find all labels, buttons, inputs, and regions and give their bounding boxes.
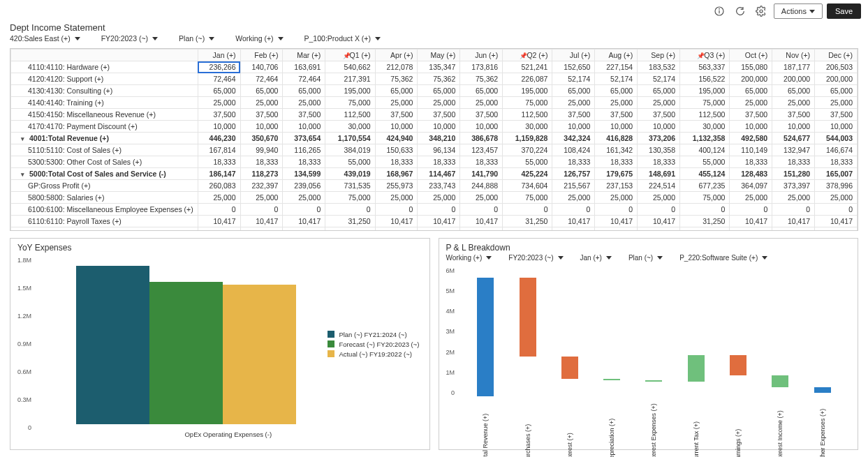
data-cell[interactable]: 161,342 [595, 144, 638, 156]
data-cell[interactable]: 25,000 [460, 192, 503, 204]
data-cell[interactable]: 123,457 [460, 144, 503, 156]
column-header[interactable]: Jul (+) [552, 50, 595, 61]
data-cell[interactable]: 25,000 [283, 97, 325, 109]
data-cell[interactable]: 75,000 [680, 97, 730, 109]
save-button[interactable]: Save [827, 3, 861, 19]
row-header[interactable]: 4150:4150: Miscellaneous Revenue (+) [11, 109, 198, 121]
data-cell[interactable]: 255,973 [375, 180, 418, 192]
row-header[interactable]: 5110:5110: Cost of Sales (+) [11, 144, 198, 156]
data-cell[interactable]: 0 [503, 204, 552, 216]
data-cell[interactable]: 0 [198, 204, 240, 216]
data-cell[interactable]: 217,391 [325, 73, 375, 85]
bar-segment[interactable] [76, 266, 149, 424]
data-cell[interactable]: 195,000 [680, 85, 730, 97]
data-cell[interactable]: 65,000 [638, 85, 680, 97]
data-cell[interactable]: 378,996 [815, 180, 858, 192]
data-cell[interactable]: 25,000 [198, 192, 240, 204]
data-cell[interactable]: 52,174 [595, 73, 638, 85]
row-header[interactable]: ▾4001:Total Revenue (+) [11, 133, 198, 144]
row-header[interactable]: 4130:4130: Consulting (+) [11, 85, 198, 97]
column-header[interactable]: 📌Q2 (+) [503, 50, 552, 61]
data-cell[interactable]: 75,362 [375, 73, 418, 85]
data-cell[interactable]: 200,000 [815, 73, 858, 85]
data-cell[interactable]: 37,500 [418, 109, 460, 121]
data-cell[interactable]: 455,124 [680, 168, 730, 180]
data-cell[interactable]: 55,000 [680, 156, 730, 168]
data-cell[interactable]: 31,250 [325, 216, 375, 227]
data-cell[interactable]: 10,417 [375, 216, 418, 227]
data-cell[interactable]: 25,000 [772, 192, 815, 204]
data-cell[interactable]: 72,464 [198, 73, 240, 85]
data-cell[interactable]: 10,417 [552, 216, 595, 227]
data-cell[interactable]: 195,000 [325, 85, 375, 97]
waterfall-segment[interactable] [685, 267, 707, 396]
data-cell[interactable]: 7,500 [375, 227, 418, 232]
data-cell[interactable]: 206,503 [815, 61, 858, 73]
data-cell[interactable]: 544,003 [815, 133, 858, 144]
waterfall-segment[interactable] [517, 267, 539, 396]
data-cell[interactable]: 10,417 [460, 216, 503, 227]
data-cell[interactable]: 18,333 [240, 156, 283, 168]
data-cell[interactable]: 18,333 [460, 156, 503, 168]
data-cell[interactable]: 37,500 [283, 109, 325, 121]
data-cell[interactable]: 10,000 [815, 121, 858, 133]
collapse-icon[interactable]: ▾ [21, 172, 28, 178]
data-cell[interactable]: 150,633 [375, 144, 418, 156]
data-cell[interactable]: 37,500 [595, 109, 638, 121]
row-header[interactable]: 4110:4110: Hardware (+) [11, 61, 198, 73]
data-cell[interactable]: 135,347 [418, 61, 460, 73]
data-cell[interactable]: 232,397 [240, 180, 283, 192]
data-cell[interactable]: 22,500 [680, 227, 730, 232]
data-cell[interactable]: 370,224 [503, 144, 552, 156]
data-cell[interactable]: 342,324 [552, 133, 595, 144]
column-header[interactable]: Jun (+) [460, 50, 503, 61]
data-cell[interactable]: 226,087 [503, 73, 552, 85]
data-cell[interactable]: 130,358 [638, 144, 680, 156]
row-header[interactable]: 4170:4170: Payment Discount (+) [11, 121, 198, 133]
row-header[interactable]: 5300:5300: Other Cost of Sales (+) [11, 156, 198, 168]
data-cell[interactable]: 212,078 [375, 61, 418, 73]
data-cell[interactable]: 25,000 [730, 192, 772, 204]
data-cell[interactable]: 75,000 [503, 192, 552, 204]
data-cell[interactable]: 7,500 [552, 227, 595, 232]
data-cell[interactable]: 0 [375, 204, 418, 216]
data-cell[interactable]: 31,250 [503, 216, 552, 227]
refresh-icon[interactable] [732, 3, 749, 20]
dimension-selector[interactable]: P_100:Product X (+) [304, 34, 381, 43]
row-header[interactable]: 6110:6110: Payroll Taxes (+) [11, 216, 198, 227]
data-cell[interactable]: 37,500 [815, 109, 858, 121]
data-cell[interactable]: 140,706 [240, 61, 283, 73]
data-cell[interactable]: 25,000 [460, 97, 503, 109]
data-cell[interactable]: 75,362 [418, 73, 460, 85]
data-cell[interactable]: 10,000 [730, 121, 772, 133]
data-cell[interactable]: 215,567 [552, 180, 595, 192]
data-cell[interactable]: 165,007 [815, 168, 858, 180]
data-grid[interactable]: Jan (+)Feb (+)Mar (+)📌Q1 (+)Apr (+)May (… [10, 48, 858, 231]
data-cell[interactable]: 25,000 [595, 97, 638, 109]
data-cell[interactable]: 7,500 [460, 227, 503, 232]
data-cell[interactable]: 112,500 [503, 109, 552, 121]
data-cell[interactable]: 37,500 [460, 109, 503, 121]
waterfall-segment[interactable] [474, 267, 496, 396]
data-cell[interactable]: 425,224 [503, 168, 552, 180]
dimension-selector[interactable]: Plan (~) [179, 34, 214, 43]
data-cell[interactable]: 18,333 [283, 156, 325, 168]
data-cell[interactable]: 18,333 [772, 156, 815, 168]
data-cell[interactable]: 25,000 [283, 192, 325, 204]
collapse-icon[interactable]: ▾ [21, 136, 28, 142]
data-cell[interactable]: 65,000 [460, 85, 503, 97]
data-cell[interactable]: 446,230 [198, 133, 240, 144]
column-header[interactable]: Oct (+) [730, 50, 772, 61]
actions-button[interactable]: Actions [774, 3, 823, 19]
data-cell[interactable]: 37,500 [730, 109, 772, 121]
data-cell[interactable]: 155,080 [730, 61, 772, 73]
data-cell[interactable]: 10,000 [283, 121, 325, 133]
data-cell[interactable]: 31,250 [680, 216, 730, 227]
data-cell[interactable]: 10,000 [552, 121, 595, 133]
data-cell[interactable]: 37,500 [240, 109, 283, 121]
data-cell[interactable]: 524,677 [772, 133, 815, 144]
column-header[interactable]: Nov (+) [772, 50, 815, 61]
column-header[interactable]: Dec (+) [815, 50, 858, 61]
data-cell[interactable]: 72,464 [240, 73, 283, 85]
data-cell[interactable]: 677,235 [680, 180, 730, 192]
